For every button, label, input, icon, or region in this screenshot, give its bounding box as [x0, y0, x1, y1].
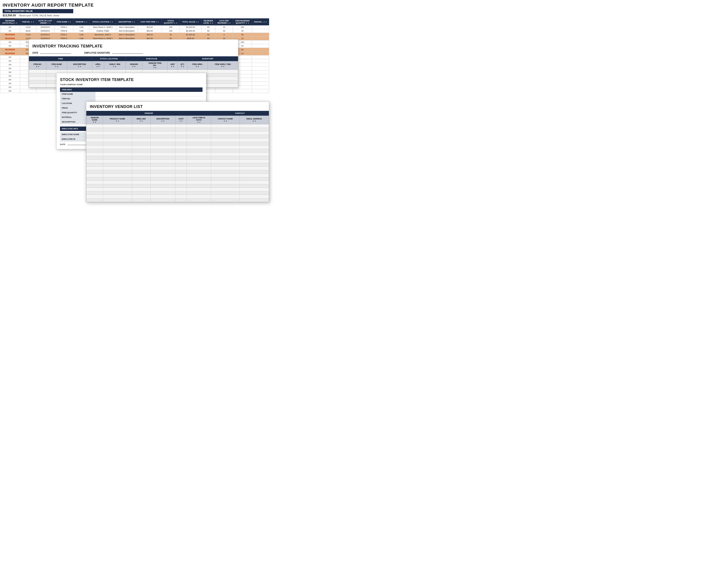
group-location: STOCK LOCATION — [92, 56, 126, 61]
table-row — [86, 191, 269, 195]
col-days-per-reorder: DAYS PERREORDER▼ — [215, 19, 233, 25]
cell-cost: $10.00 — [138, 25, 162, 29]
cell-discon — [252, 85, 269, 89]
table-row: OK A123 5/20/20XX ITEM A Cole Store Room… — [0, 25, 269, 29]
cell-date: 5/20/20XX — [36, 25, 54, 29]
cell-status: OK — [0, 74, 20, 78]
stock-val-item-name[interactable] — [95, 92, 203, 96]
cell-item-no: B123 — [20, 29, 36, 33]
cell-days: 30 — [215, 29, 233, 33]
audit-title: INVENTORY AUDIT REPORT TEMPLATE — [0, 0, 269, 9]
cell-discon — [252, 82, 269, 85]
th-item-no: ITEM NO.▼ — [29, 61, 46, 70]
total-inv-value-row: $13,550.00 *Based upon TOTAL VALUE field… — [0, 13, 269, 18]
table-row: REORDER C123 5/20/20XX ITEM C Cole Basem… — [0, 33, 269, 37]
th-vendor: VENDOR▼ — [126, 61, 142, 70]
cell-reorder-qty: 100 — [233, 25, 252, 29]
cell-status: OK — [0, 70, 20, 74]
table-row — [86, 198, 269, 202]
th-shelf-bin: SHELF / BIN▼ — [104, 61, 126, 70]
cell-item-no: A123 — [20, 25, 36, 29]
cell-status: OK — [0, 82, 20, 85]
table-row — [86, 142, 269, 145]
cell-status: REORDER — [0, 37, 20, 40]
group-item: ITEM — [29, 56, 92, 61]
table-row — [86, 184, 269, 188]
stock-val-item-no[interactable] — [95, 96, 203, 101]
cell-discon — [252, 67, 269, 70]
col-item-name: ITEM NAME▼ — [54, 19, 73, 25]
cell-status: OK — [0, 89, 20, 93]
total-inv-label: TOTAL INVENTORY VALUE — [4, 10, 33, 12]
table-row — [86, 138, 269, 142]
total-inv-note: *Based upon TOTAL VALUE fields, below. — [19, 14, 60, 17]
col-description: DESCRIPTION▼ — [116, 19, 138, 25]
table-row — [86, 195, 269, 198]
stock-date-label: DATE — [60, 143, 65, 145]
cell-discon — [252, 52, 269, 55]
vendor-title: INVENTORY VENDOR LIST — [86, 102, 269, 111]
table-row — [86, 149, 269, 152]
cell-reorder-lvl: 50 — [201, 33, 215, 37]
col-stock-qty: STOCKQUANTITY▼ — [162, 19, 180, 25]
total-inv-value: $13,550.00 — [3, 14, 16, 17]
th-item-name: ITEM NAME▼ — [46, 61, 67, 70]
cell-discon — [252, 63, 269, 67]
th-web-link: WEB LINK▼ — [132, 116, 150, 124]
cell-cost: $20.00 — [138, 29, 162, 33]
total-inv-bar: TOTAL INVENTORY VALUE — [3, 9, 73, 13]
table-row — [86, 163, 269, 167]
cell-date — [36, 89, 54, 93]
stock-company: YOUR COMPANY NAME — [56, 83, 206, 87]
cell-vendor: Cole — [73, 29, 90, 33]
cell-vendor: Cole — [73, 33, 90, 37]
table-row — [86, 156, 269, 160]
col-item-no: ITEM NO.▼ — [20, 19, 36, 25]
cell-cost: $30.00 — [138, 33, 162, 37]
th-item-area: ITEM AREA▼ — [187, 61, 208, 70]
cell-desc: Item B description — [116, 29, 138, 33]
group-inventory: INVENTORY — [178, 56, 238, 61]
group-purchase: PURCHASE — [126, 56, 178, 61]
table-row — [86, 174, 269, 177]
table-row — [86, 188, 269, 191]
cell-location: Basement, Shelf 4 — [90, 33, 116, 37]
cell-desc: Item C description — [116, 33, 138, 37]
cell-discon — [252, 44, 269, 48]
cell-discon — [252, 55, 269, 59]
cell-total: $2,000.00 — [180, 25, 201, 29]
cell-reorder-lvl: 50 — [201, 29, 215, 33]
th-description: DESCRIPTION▼ — [67, 61, 92, 70]
cell-status: OK — [0, 67, 20, 70]
table-row — [86, 135, 269, 138]
cell-status: REORDER — [0, 52, 20, 55]
date-field: DATE — [32, 52, 71, 54]
cell-status: REORDER — [0, 48, 20, 52]
group-vendor: VENDOR — [86, 111, 211, 116]
th-unit: UNIT▼ — [167, 61, 178, 70]
cell-discon — [252, 48, 269, 52]
cell-reorder-qty: 50 — [233, 33, 252, 37]
cell-vendor: Cole — [73, 25, 90, 29]
cell-days — [215, 89, 233, 93]
sig-label: EMPLOYEE SIGNATURE — [84, 52, 110, 54]
table-row — [86, 152, 269, 156]
cell-location: Outdoor Pallet — [90, 29, 116, 33]
cell-name: ITEM A — [54, 25, 73, 29]
tracking-title: INVENTORY TRACKING TEMPLATE — [29, 43, 238, 51]
cell-status: OK — [0, 44, 20, 48]
th-area: AREA▼ — [92, 61, 104, 70]
col-cost-per-item: COST PER ITEM▼ — [138, 19, 162, 25]
cell-location: Store Room A, Shelf 2 — [90, 25, 116, 29]
cell-discon — [252, 59, 269, 63]
table-row — [86, 131, 269, 135]
cell-status: OK — [0, 78, 20, 82]
cell-qty: 100 — [162, 29, 180, 33]
col-discon: DISCON...▼ — [252, 19, 269, 25]
th-item-shelf-bin: ITEM SHELF / BIN▼ — [208, 61, 238, 70]
table-row — [86, 170, 269, 174]
stock-label-item-name: ITEM NAME — [60, 92, 95, 96]
table-row: OK B123 5/20/20XX ITEM B Cole Outdoor Pa… — [0, 29, 269, 33]
cell-status: OK — [0, 85, 20, 89]
col-date: DATE OF LASTORDER▼ — [36, 19, 54, 25]
